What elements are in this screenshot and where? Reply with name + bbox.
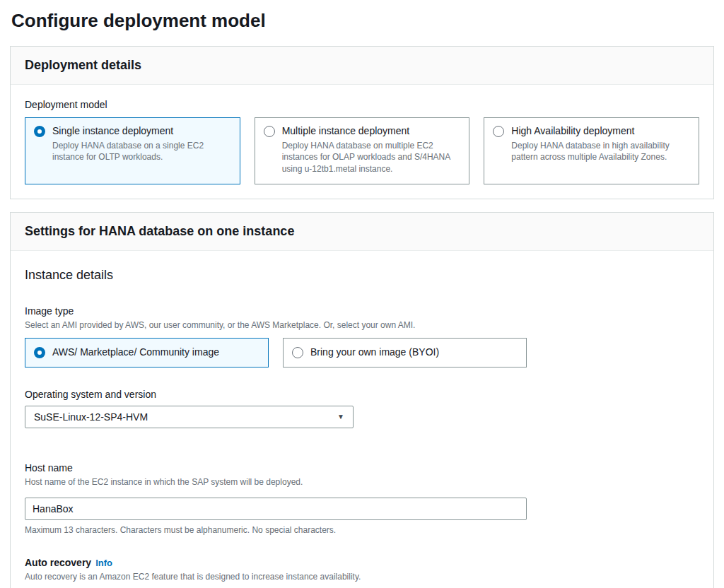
image-type-option-aws[interactable]: AWS/ Marketplace/ Community image	[25, 338, 269, 368]
deployment-details-body: Deployment model Single instance deploym…	[11, 85, 713, 199]
radio-icon[interactable]	[34, 126, 45, 137]
page-title: Configure deployment model	[0, 0, 724, 46]
deployment-details-card: Deployment details Deployment model Sing…	[10, 46, 714, 199]
auto-recovery-label-row: Auto recoveryInfo	[25, 556, 699, 569]
instance-details-heading: Instance details	[25, 265, 699, 283]
option-text: Multiple instance deployment Deploy HANA…	[282, 124, 461, 175]
os-select-value: SuSE-Linux-12-SP4-HVM	[34, 411, 148, 423]
host-name-input[interactable]	[25, 498, 527, 520]
option-text: Single instance deployment Deploy HANA d…	[52, 124, 231, 163]
os-label: Operating system and version	[25, 389, 699, 400]
option-label: Multiple instance deployment	[282, 124, 461, 139]
deployment-option-single-instance[interactable]: Single instance deployment Deploy HANA d…	[25, 117, 240, 184]
chevron-down-icon: ▼	[337, 413, 344, 421]
host-name-constraint: Maximum 13 characters. Characters must b…	[25, 525, 699, 535]
option-description: Deploy HANA database on a single EC2 ins…	[52, 140, 231, 164]
image-type-label: Image type	[25, 305, 699, 317]
host-name-description: Host name of the EC2 instance in which t…	[25, 476, 699, 488]
settings-header: Settings for HANA database on one instan…	[11, 213, 713, 251]
image-type-group: Image type Select an AMI provided by AWS…	[25, 305, 699, 368]
radio-icon[interactable]	[264, 126, 275, 137]
option-description: Deploy HANA database in high availabilit…	[511, 140, 690, 164]
option-label: AWS/ Marketplace/ Community image	[52, 346, 219, 360]
host-name-label: Host name	[25, 462, 699, 474]
host-name-group: Host name Host name of the EC2 instance …	[25, 462, 699, 535]
os-group: Operating system and version SuSE-Linux-…	[25, 389, 699, 428]
option-label: Single instance deployment	[52, 124, 231, 139]
option-label: Bring your own image (BYOI)	[310, 346, 439, 360]
auto-recovery-description: Auto recovery is an Amazon EC2 feature t…	[25, 571, 699, 583]
option-text: High Availability deployment Deploy HANA…	[511, 124, 690, 163]
settings-body: Instance details Image type Select an AM…	[11, 251, 713, 588]
auto-recovery-label: Auto recovery	[25, 557, 91, 568]
radio-icon[interactable]	[34, 347, 45, 358]
option-label: High Availability deployment	[511, 124, 690, 139]
image-type-option-byoi[interactable]: Bring your own image (BYOI)	[283, 338, 527, 368]
deployment-model-label: Deployment model	[25, 99, 699, 110]
auto-recovery-group: Auto recoveryInfo Auto recovery is an Am…	[25, 556, 699, 588]
settings-card: Settings for HANA database on one instan…	[10, 212, 714, 588]
radio-icon[interactable]	[493, 126, 504, 137]
radio-icon[interactable]	[292, 347, 303, 358]
deployment-details-header: Deployment details	[11, 47, 713, 85]
deployment-option-multiple-instance[interactable]: Multiple instance deployment Deploy HANA…	[255, 117, 470, 184]
deployment-model-options: Single instance deployment Deploy HANA d…	[25, 117, 699, 184]
deployment-option-high-availability[interactable]: High Availability deployment Deploy HANA…	[484, 117, 699, 184]
info-link[interactable]: Info	[95, 558, 112, 568]
option-description: Deploy HANA database on multiple EC2 ins…	[282, 140, 461, 175]
image-type-description: Select an AMI provided by AWS, our user …	[25, 319, 699, 331]
os-select[interactable]: SuSE-Linux-12-SP4-HVM ▼	[25, 406, 354, 428]
image-type-options: AWS/ Marketplace/ Community image Bring …	[25, 338, 527, 368]
